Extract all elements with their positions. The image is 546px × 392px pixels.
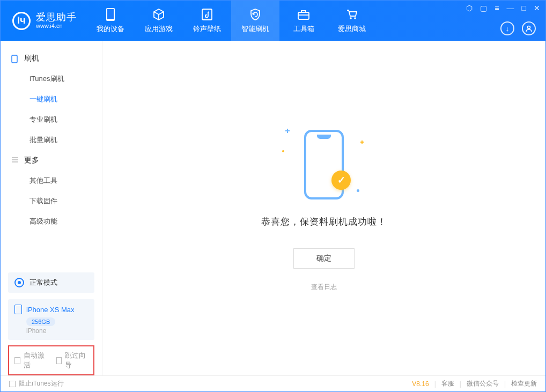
tab-smart-flash[interactable]: 智能刷机 (231, 1, 279, 41)
svg-rect-3 (298, 12, 309, 19)
header-right-actions: ↓ (500, 21, 536, 35)
checkbox-icon (9, 381, 16, 387)
phone-icon (11, 55, 19, 62)
list-icon (11, 157, 19, 164)
mode-icon (14, 278, 24, 287)
checkbox-label: 阻止iTunes运行 (19, 379, 64, 388)
main-content: ✓ 恭喜您，保资料刷机成功啦！ 确定 查看日志 (102, 41, 545, 375)
shield-refresh-icon (249, 8, 262, 21)
sidebar-group-title: 更多 (24, 156, 39, 165)
tab-label: 我的设备 (97, 24, 124, 34)
checkbox-block-itunes[interactable]: 阻止iTunes运行 (9, 379, 64, 388)
cart-icon (345, 8, 358, 21)
sidebar-item-advanced[interactable]: 高级功能 (1, 211, 102, 232)
sidebar-item-download-firmware[interactable]: 下载固件 (1, 191, 102, 211)
checkbox-auto-activate[interactable]: 自动激活 (14, 351, 47, 370)
tab-label: 应用游戏 (145, 24, 173, 34)
view-log-link[interactable]: 查看日志 (311, 283, 337, 292)
device-icon (104, 8, 117, 21)
tab-toolbox[interactable]: 工具箱 (279, 1, 328, 41)
close-button[interactable]: ✕ (534, 4, 540, 12)
sidebar-group-more: 更多 (1, 150, 102, 171)
sparkle-icon (360, 140, 364, 144)
device-type: iPhone (26, 327, 88, 335)
mode-label: 正常模式 (29, 278, 57, 287)
app-name-cn: 爱思助手 (36, 12, 77, 23)
toolbox-icon (297, 8, 310, 21)
tab-label: 铃声壁纸 (193, 24, 221, 34)
minimize-button[interactable]: — (507, 4, 514, 12)
svg-point-7 (528, 26, 530, 29)
sidebar-group-flash: 刷机 (1, 48, 102, 69)
tab-ringtones-wallpapers[interactable]: 铃声壁纸 (183, 1, 231, 41)
tab-label: 爱思商城 (338, 24, 366, 34)
sidebar-item-batch-flash[interactable]: 批量刷机 (1, 130, 102, 150)
nav-tabs: 我的设备 应用游戏 铃声壁纸 智能刷机 工具箱 爱思商城 (86, 1, 376, 41)
feedback-icon[interactable]: ▢ (480, 4, 487, 12)
window-controls: ⬡ ▢ ≡ — □ ✕ (466, 4, 540, 12)
checkbox-icon (56, 357, 62, 364)
dot-icon (357, 189, 359, 192)
ok-button[interactable]: 确定 (293, 248, 355, 269)
sidebar-item-pro-flash[interactable]: 专业刷机 (1, 109, 102, 130)
user-account-icon[interactable] (522, 21, 536, 35)
version-label: V8.16 (412, 380, 429, 388)
status-bar: 阻止iTunes运行 V8.16 | 客服 | 微信公众号 | 检查更新 (1, 375, 545, 391)
success-message: 恭喜您，保资料刷机成功啦！ (261, 216, 387, 228)
maximize-button[interactable]: □ (522, 4, 526, 12)
dot-icon (282, 150, 284, 152)
music-file-icon (201, 8, 213, 21)
device-name: iPhone XS Max (26, 306, 75, 314)
checkbox-skip-guide[interactable]: 跳过向导 (56, 351, 88, 370)
tab-store[interactable]: 爱思商城 (328, 1, 376, 41)
device-capacity: 256GB (26, 317, 55, 326)
tab-my-device[interactable]: 我的设备 (86, 1, 135, 41)
app-name-en: www.i4.cn (36, 23, 77, 29)
download-manager-icon[interactable]: ↓ (500, 21, 514, 35)
menu-icon[interactable]: ≡ (495, 4, 499, 12)
device-info-box[interactable]: iPhone XS Max 256GB iPhone (8, 299, 94, 340)
checkbox-icon (14, 357, 20, 364)
svg-point-6 (354, 17, 356, 19)
logo-icon: iч (12, 12, 31, 30)
device-phone-icon (14, 305, 22, 314)
footer-link-support[interactable]: 客服 (441, 379, 454, 388)
checkbox-label: 跳过向导 (65, 351, 88, 370)
sidebar-item-oneclick-flash[interactable]: 一键刷机 (1, 89, 102, 109)
tab-apps-games[interactable]: 应用游戏 (135, 1, 183, 41)
tab-label: 工具箱 (293, 24, 314, 34)
checkbox-label: 自动激活 (24, 351, 47, 370)
footer-link-update[interactable]: 检查更新 (511, 379, 537, 388)
sidebar-group-title: 刷机 (24, 54, 39, 63)
success-check-icon: ✓ (331, 171, 351, 190)
cube-icon (152, 8, 165, 21)
success-illustration: ✓ (281, 124, 367, 205)
app-logo: iч 爱思助手 www.i4.cn (1, 1, 86, 41)
skin-icon[interactable]: ⬡ (466, 4, 473, 12)
svg-point-5 (350, 17, 352, 19)
logo-text: 爱思助手 www.i4.cn (36, 12, 77, 29)
sparkle-icon (285, 129, 290, 133)
app-body: 刷机 iTunes刷机 一键刷机 专业刷机 批量刷机 更多 其他工具 下载固件 … (1, 41, 545, 375)
flash-options-highlighted: 自动激活 跳过向导 (8, 345, 94, 375)
app-header: iч 爱思助手 www.i4.cn 我的设备 应用游戏 铃声壁纸 智能刷机 工具… (1, 1, 545, 41)
sidebar: 刷机 iTunes刷机 一键刷机 专业刷机 批量刷机 更多 其他工具 下载固件 … (1, 41, 102, 375)
svg-rect-8 (12, 55, 17, 63)
svg-rect-1 (107, 9, 114, 19)
svg-rect-2 (202, 9, 212, 20)
sidebar-item-itunes-flash[interactable]: iTunes刷机 (1, 69, 102, 89)
footer-link-wechat[interactable]: 微信公众号 (467, 379, 499, 388)
device-mode-box[interactable]: 正常模式 (8, 272, 94, 293)
sidebar-item-other-tools[interactable]: 其他工具 (1, 171, 102, 191)
tab-label: 智能刷机 (241, 24, 269, 34)
